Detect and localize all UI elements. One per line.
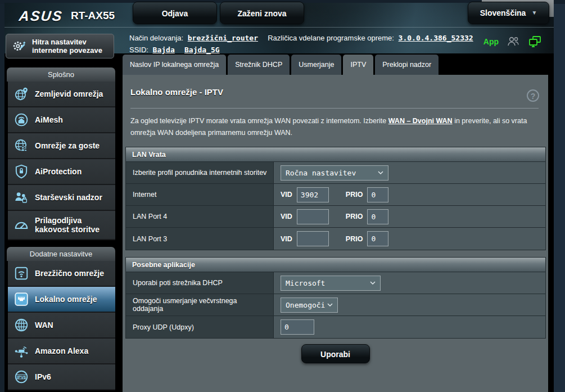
ssid-5g-link[interactable]: Bajda_5G — [184, 46, 220, 54]
vid-label: VID — [281, 235, 292, 243]
multicast-routing-select[interactable]: Onemogoči — [281, 298, 338, 313]
sidebar-item-parental-controls[interactable]: Starševski nadzor — [8, 185, 115, 211]
help-icon[interactable]: ? — [527, 89, 539, 102]
table-row: LAN Port 3 VID PRIO — [126, 228, 545, 250]
sidebar-item-adaptive-qos[interactable]: Prilagodljiva kakovost storitve — [8, 211, 115, 240]
internet-prio-input[interactable] — [367, 187, 388, 202]
sidebar: Hitra nastavitev internetne povezave Spl… — [4, 33, 115, 392]
prio-label: PRIO — [346, 191, 363, 199]
sidebar-item-label: Zemljevid omrežja — [35, 89, 103, 98]
tab-switch-control[interactable]: Preklopi nadzor — [375, 55, 439, 75]
lan-port3-label: LAN Port 3 — [126, 228, 274, 250]
sidebar-item-label: Amazon Alexa — [35, 346, 88, 355]
sidebar-item-aimesh[interactable]: AiMesh — [8, 107, 115, 133]
lan-port4-prio-input[interactable] — [367, 209, 388, 224]
tab-dhcp-server[interactable]: Strežnik DHCP — [228, 55, 290, 75]
sidebar-item-label: Brezžično omrežje — [35, 269, 104, 278]
sidebar-item-label: IPv6 — [35, 372, 51, 381]
isp-profile-label: Izberite profil ponudnika internetnih st… — [126, 162, 274, 183]
app-link[interactable]: App — [483, 37, 499, 46]
sidebar-section-general: Splošno — [7, 67, 115, 82]
internet-vid-input[interactable] — [297, 187, 329, 202]
dhcp-routes-select[interactable]: Microsoft — [281, 276, 381, 291]
dhcp-routes-label: Uporabi poti strežnika DHCP — [126, 272, 274, 294]
sidebar-item-guest-network[interactable]: Omrežje za goste — [8, 133, 115, 159]
parental-controls-icon — [13, 189, 30, 206]
right-frame-strip — [554, 0, 565, 392]
sidebar-item-wireless[interactable]: Brezžično omrežje — [8, 261, 115, 287]
reboot-button[interactable]: Zaženi znova — [220, 2, 304, 24]
sidebar-item-label: Omrežje za goste — [35, 141, 100, 150]
ssid-24g-link[interactable]: Bajda — [153, 46, 175, 54]
lan-ports-header: LAN Vrata — [126, 147, 545, 162]
sidebar-item-label: AiMesh — [35, 115, 63, 124]
lan-port3-vid-input[interactable] — [297, 231, 329, 246]
firmware-link[interactable]: 3.0.0.4.386_52332 — [399, 34, 473, 42]
brand-row: ASUS RT-AX55 Odjava Zaženi znova Slovenš… — [4, 3, 554, 28]
table-row: Uporabi poti strežnika DHCP Microsoft — [126, 272, 545, 294]
table-row: Izberite profil ponudnika internetnih st… — [126, 162, 545, 184]
lan-icon — [13, 291, 30, 308]
qos-icon — [13, 217, 30, 233]
special-applications-header: Posebne aplikacije — [126, 258, 545, 272]
aiprotection-icon — [13, 163, 30, 180]
language-label: Slovenščina — [480, 2, 526, 24]
chevron-down-icon — [378, 171, 383, 175]
udp-proxy-input[interactable] — [281, 319, 314, 335]
page-description: Za ogled televizije IPTV morate vrata om… — [130, 115, 540, 139]
asus-logo: ASUS — [18, 8, 64, 24]
sidebar-item-aiprotection[interactable]: AiProtection — [8, 159, 115, 185]
quick-setup-button[interactable]: Hitra nastavitev internetne povezave — [6, 34, 114, 58]
logout-button[interactable]: Odjava — [133, 2, 217, 24]
sidebar-item-wan[interactable]: WAN — [8, 313, 115, 339]
isp-profile-select[interactable]: Ročna nastavitev — [281, 165, 388, 181]
multicast-routing-label: Omogoči usmerjanje večvrstnega oddajanja — [126, 294, 274, 316]
clients-icon[interactable] — [507, 36, 520, 47]
sidebar-item-label: Starševski nadzor — [35, 193, 102, 202]
page-title: Lokalno omrežje - IPTV — [130, 87, 223, 97]
alexa-icon — [13, 343, 30, 359]
internet-port-label: Internet — [126, 184, 274, 205]
udp-proxy-label: Proxy UDP (Udpxy) — [126, 316, 274, 338]
firmware-info: Način delovanja: brezžični_router Različ… — [129, 32, 478, 56]
wan-icon — [13, 317, 30, 334]
tab-route[interactable]: Usmerjanje — [291, 55, 341, 75]
left-frame-strip — [0, 0, 4, 392]
network-map-icon — [13, 85, 30, 102]
sidebar-item-label: Lokalno omrežje — [35, 295, 97, 304]
sidebar-item-network-map[interactable]: Zemljevid omrežja — [8, 82, 115, 107]
content-panel: Lokalno omrežje - IPTV ? Za ogled televi… — [123, 75, 548, 392]
description-pre: Za ogled televizije IPTV morate vrata om… — [130, 117, 388, 125]
guest-network-icon — [13, 137, 30, 154]
chevron-down-icon — [327, 303, 333, 307]
table-row: Omogoči usmerjanje večvrstnega oddajanja… — [126, 294, 545, 316]
language-selector[interactable]: Slovenščina ▼ — [468, 2, 549, 24]
sidebar-section-advanced: Dodatne nastavitve — [7, 247, 115, 261]
tab-iptv[interactable]: IPTV — [343, 55, 373, 75]
table-row: Internet VID PRIO — [126, 184, 545, 206]
lan-ports-table: LAN Vrata Izberite profil ponudnika inte… — [125, 147, 546, 250]
apply-button[interactable]: Uporabi — [301, 344, 370, 363]
title-divider — [130, 108, 539, 109]
table-row: LAN Port 4 VID PRIO — [126, 206, 545, 228]
dual-wan-link[interactable]: WAN – Dvojni WAN — [388, 117, 453, 125]
content-tabs: Naslov IP lokalnega omrežja Strežnik DHC… — [123, 55, 439, 75]
lan-port3-prio-input[interactable] — [367, 231, 388, 246]
sidebar-item-amazon-alexa[interactable]: Amazon Alexa — [8, 339, 115, 364]
prio-label: PRIO — [346, 235, 363, 243]
connected-devices-icon[interactable] — [528, 35, 541, 48]
ssid-label: SSID: — [129, 46, 148, 54]
router-model: RT-AX55 — [71, 10, 115, 22]
wireless-icon — [13, 265, 30, 282]
tab-lan-ip[interactable]: Naslov IP lokalnega omrežja — [123, 55, 226, 75]
table-row: Proxy UDP (Udpxy) — [126, 316, 545, 338]
sidebar-item-local-network[interactable]: Lokalno omrežje — [8, 287, 115, 313]
lan-port4-vid-input[interactable] — [297, 209, 329, 224]
chevron-down-icon — [370, 281, 376, 285]
aimesh-icon — [13, 111, 30, 128]
sidebar-item-ipv6[interactable]: IPV6 IPv6 — [8, 364, 115, 390]
quick-setup-label: Hitra nastavitev internetne povezave — [32, 38, 114, 55]
vid-label: VID — [281, 213, 292, 220]
mode-link[interactable]: brezžični_router — [188, 34, 258, 42]
sidebar-item-label: AiProtection — [35, 167, 82, 176]
